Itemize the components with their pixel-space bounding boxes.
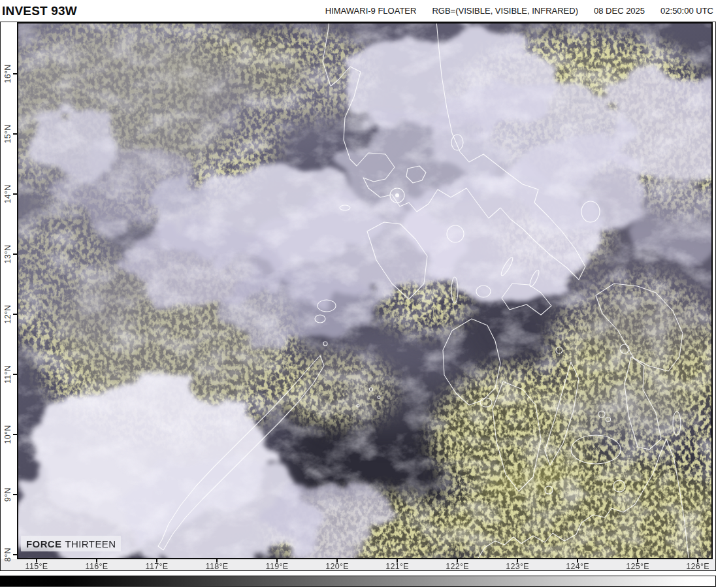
lon-tick-label: 120°E — [321, 562, 353, 571]
image-metadata: HIMAWARI-9 FLOATER RGB=(VISIBLE, VISIBLE… — [325, 6, 713, 16]
lat-tick-label: 13°N — [3, 240, 12, 269]
lon-tick-label: 116°E — [81, 562, 112, 571]
lon-tick-label: 121°E — [382, 562, 413, 571]
lon-tick-label: 117°E — [141, 562, 172, 571]
lat-tick — [13, 434, 18, 435]
lat-tick-label: 8°N — [3, 540, 12, 569]
lon-tick-label: 118°E — [201, 562, 233, 571]
lat-tick — [13, 314, 18, 315]
satellite-image: FORCE THIRTEEN — [17, 22, 713, 559]
header-bar: INVEST 93W HIMAWARI-9 FLOATER RGB=(VISIB… — [0, 0, 716, 22]
lat-tick-label: 11°N — [3, 360, 12, 389]
rgb-composite-label: RGB=(VISIBLE, VISIBLE, INFRARED) — [432, 6, 578, 16]
watermark-light: THIRTEEN — [65, 538, 116, 549]
grayscale-colorbar — [0, 576, 716, 587]
lat-tick-label: 16°N — [3, 59, 12, 88]
lat-tick — [13, 133, 18, 135]
lon-tick-label: 115°E — [21, 562, 52, 571]
watermark-bold: FORCE — [26, 538, 62, 549]
satellite-viewer: { "header": { "title": "INVEST 93W", "pr… — [0, 0, 716, 588]
lat-tick — [13, 253, 18, 255]
lon-tick-label: 119°E — [261, 562, 293, 571]
lon-tick-label: 122°E — [442, 562, 473, 571]
lat-tick-label: 14°N — [3, 180, 12, 208]
lon-tick-label: 126°E — [682, 562, 713, 571]
time-label: 02:50:00 UTC — [660, 6, 713, 16]
lat-tick — [13, 374, 18, 375]
lon-tick-label: 123°E — [502, 562, 533, 571]
satellite-product-label: HIMAWARI-9 FLOATER — [325, 6, 417, 16]
lat-tick-label: 12°N — [3, 300, 12, 329]
lat-tick-label: 15°N — [3, 120, 12, 148]
coast-taal-island — [395, 193, 399, 197]
cirrus-texture — [18, 24, 711, 558]
lat-tick-label: 10°N — [3, 420, 12, 449]
lat-tick — [13, 494, 18, 495]
lon-tick-label: 124°E — [562, 562, 593, 571]
map-figure: FORCE THIRTEEN 16°N15°N14°N13°N12°N11°N1… — [0, 22, 716, 571]
date-label: 08 DEC 2025 — [594, 6, 645, 16]
lat-tick — [13, 193, 18, 195]
lat-tick — [13, 554, 18, 555]
storm-title: INVEST 93W — [2, 4, 77, 18]
lat-tick-label: 9°N — [3, 480, 12, 509]
satellite-image-svg — [18, 24, 711, 558]
lat-tick — [13, 73, 18, 74]
watermark-force-thirteen: FORCE THIRTEEN — [21, 536, 121, 551]
lon-tick-label: 125°E — [622, 562, 653, 571]
